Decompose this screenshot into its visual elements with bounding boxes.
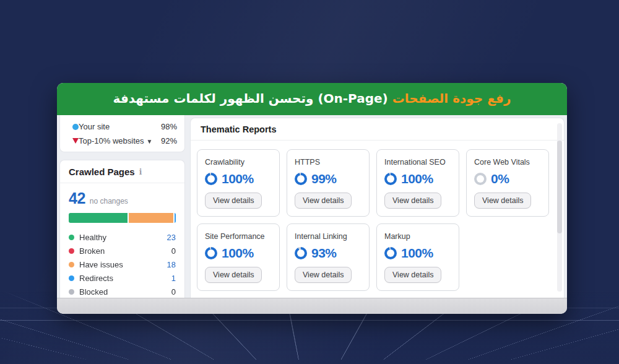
content-area: Your site 98% Top-10% websites ▼ 92% Cra… (57, 115, 567, 298)
redirects-dot-icon (69, 275, 74, 281)
card-title: Crawlability (205, 158, 272, 167)
your-site-value: 98% (161, 122, 177, 131)
card-score: 100% (401, 171, 433, 186)
blocked-label: Blocked (79, 287, 163, 297)
card-score-row: 99% (295, 171, 361, 186)
sidebar: Your site 98% Top-10% websites ▼ 92% Cra… (59, 115, 185, 298)
progress-ring-icon (474, 173, 487, 185)
view-details-button[interactable]: View details (205, 193, 262, 209)
status-row-redirects: Redirects 1 (69, 271, 176, 285)
card-score-row: 93% (295, 246, 361, 261)
progress-ring-icon (205, 247, 217, 259)
thematic-reports-title: Thematic Reports (191, 118, 564, 141)
view-details-button[interactable]: View details (295, 267, 352, 283)
top10-label: Top-10% websites (79, 136, 144, 145)
broken-value: 0 (163, 246, 176, 256)
card-international-seo: International SEO 100% View details (376, 149, 459, 217)
card-score-row: 0% (474, 171, 541, 186)
bar-segment-redirects[interactable] (173, 213, 176, 223)
card-title: Site Performance (205, 232, 272, 241)
card-score-row: 100% (384, 246, 451, 261)
crawled-count-row: 42 no changes (69, 189, 176, 207)
scrollbar-thumb[interactable] (557, 141, 562, 233)
healthy-label: Healthy (79, 233, 163, 242)
view-details-button[interactable]: View details (474, 193, 531, 209)
thematic-cards-row-2: Site Performance 100% View details Inter… (197, 223, 549, 291)
healthy-dot-icon (69, 235, 74, 240)
legend-row-top10[interactable]: Top-10% websites ▼ 92% (67, 134, 177, 148)
broken-label: Broken (79, 246, 163, 256)
card-crawlability: Crawlability 100% View details (197, 149, 280, 217)
promo-banner: رفع جودة الصفحات (On-Page) وتحسن الظهور … (57, 83, 567, 115)
crawled-pages-header: Crawled Pages i (60, 160, 184, 183)
redirects-label: Redirects (79, 274, 163, 283)
card-internal-linking: Internal Linking 93% View details (287, 223, 370, 291)
card-title: Core Web Vitals (474, 158, 541, 167)
bar-segment-healthy[interactable] (69, 213, 128, 223)
legend-row-your-site: Your site 98% (67, 119, 177, 134)
have-issues-dot-icon (69, 262, 74, 267)
card-title: HTTPS (295, 158, 361, 167)
view-details-button[interactable]: View details (384, 193, 441, 209)
thematic-reports-panel: Thematic Reports Crawlability 100% View … (190, 118, 565, 298)
crawled-stacked-bar[interactable] (69, 213, 176, 223)
card-title: Internal Linking (295, 232, 361, 241)
card-score-row: 100% (205, 171, 272, 186)
crawled-count-note: no changes (90, 197, 128, 206)
audit-window: رفع جودة الصفحات (On-Page) وتحسن الظهور … (57, 83, 567, 314)
have-issues-value[interactable]: 18 (163, 260, 176, 269)
card-markup: Markup 100% View details (376, 223, 459, 291)
have-issues-label: Have issues (79, 260, 163, 269)
vertical-scrollbar[interactable] (557, 123, 562, 292)
crawled-pages-body: 42 no changes Healthy 23 (60, 183, 184, 305)
card-score-row: 100% (384, 171, 451, 186)
progress-ring-icon (295, 173, 307, 185)
healthy-value[interactable]: 23 (163, 233, 176, 242)
info-icon[interactable]: i (139, 168, 142, 176)
thematic-cards-row-1: Crawlability 100% View details HTTPS 99% (197, 149, 549, 217)
banner-text: رفع جودة الصفحات (On-Page) وتحسن الظهور … (113, 90, 511, 106)
top10-value: 92% (161, 136, 177, 145)
crawled-pages-title: Crawled Pages (69, 167, 135, 177)
card-score: 100% (222, 246, 254, 261)
blocked-dot-icon (69, 289, 74, 295)
progress-ring-icon (384, 173, 397, 185)
banner-highlight-text: رفع جودة الصفحات (392, 91, 511, 106)
view-details-button[interactable]: View details (384, 267, 441, 283)
card-score-row: 100% (205, 246, 272, 261)
your-site-dot-icon (72, 124, 79, 130)
crawled-count: 42 (69, 189, 85, 207)
progress-ring-icon (384, 247, 397, 259)
status-row-have-issues: Have issues 18 (69, 258, 176, 271)
card-title: International SEO (384, 158, 451, 167)
blocked-value: 0 (163, 287, 176, 297)
card-score: 99% (311, 171, 337, 186)
view-details-button[interactable]: View details (295, 193, 352, 209)
crawled-pages-card: Crawled Pages i 42 no changes (59, 160, 185, 305)
progress-ring-icon (295, 247, 307, 259)
window-footer-bar (57, 298, 567, 314)
redirects-value[interactable]: 1 (163, 274, 176, 283)
benchmark-legend-card: Your site 98% Top-10% websites ▼ 92% (59, 115, 185, 152)
thematic-cards-area: Crawlability 100% View details HTTPS 99% (191, 141, 564, 298)
status-row-blocked: Blocked 0 (69, 285, 176, 298)
chevron-down-icon[interactable]: ▼ (147, 138, 153, 145)
status-row-broken: Broken 0 (69, 244, 176, 258)
progress-ring-icon (205, 173, 217, 185)
card-score: 93% (311, 246, 337, 261)
banner-rest-text: (On-Page) وتحسن الظهور لكلمات مستهدفة (113, 91, 392, 106)
broken-dot-icon (69, 248, 74, 254)
card-score: 100% (222, 171, 254, 186)
status-row-healthy: Healthy 23 (69, 230, 176, 244)
card-score: 0% (491, 171, 509, 186)
top10-triangle-icon (72, 138, 79, 144)
card-https: HTTPS 99% View details (287, 149, 370, 217)
card-title: Markup (384, 232, 451, 241)
your-site-label: Your site (79, 122, 161, 131)
bar-segment-have-issues[interactable] (128, 213, 173, 223)
card-core-web-vitals: Core Web Vitals 0% View details (466, 149, 549, 217)
card-score: 100% (401, 246, 433, 261)
view-details-button[interactable]: View details (205, 267, 262, 283)
card-site-performance: Site Performance 100% View details (197, 223, 280, 291)
top10-label-group[interactable]: Top-10% websites ▼ (79, 136, 161, 145)
